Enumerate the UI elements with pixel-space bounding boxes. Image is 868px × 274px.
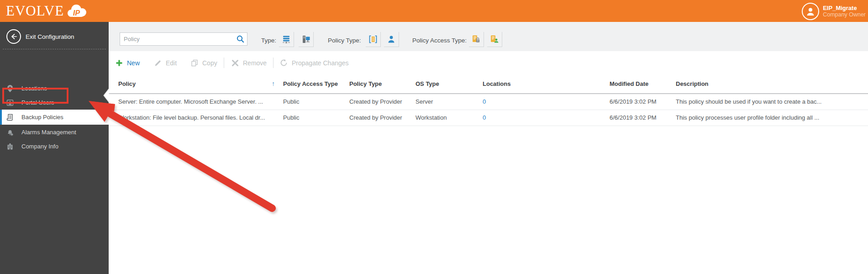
sidebar-item-backup-policies[interactable]: Backup Policies	[0, 110, 109, 125]
sidebar-item-label: Company Info	[21, 143, 58, 150]
refresh-icon	[280, 59, 288, 67]
sidebar-selection-notch	[102, 88, 110, 103]
propagate-changes-button[interactable]: Propagate Changes	[280, 51, 349, 74]
edit-button[interactable]: Edit	[154, 51, 177, 74]
svg-text:IP: IP	[73, 9, 80, 17]
cell-policy-access-type: Public	[283, 110, 299, 126]
new-button[interactable]: New	[116, 51, 140, 74]
evolveip-logo[interactable]: EVOLVE IP	[6, 2, 88, 20]
table-header: Policy ↑ Policy Access Type Policy Type …	[109, 74, 868, 94]
alarm-bell-gear-icon	[5, 128, 15, 137]
exit-configuration-button[interactable]: Exit Configuration	[0, 27, 109, 46]
remove-button[interactable]: Remove	[231, 51, 267, 74]
filter-bar: Type: Policy Type:	[109, 22, 868, 51]
policy-scroll-icon	[5, 113, 15, 122]
policy-type-filter-label: Policy Type:	[328, 37, 361, 44]
column-header-policy[interactable]: Policy	[118, 74, 136, 93]
user-avatar-icon	[802, 3, 819, 20]
edit-button-label: Edit	[166, 59, 177, 67]
column-header-os-type[interactable]: OS Type	[416, 74, 439, 93]
sidebar-item-label: Alarms Management	[21, 129, 76, 136]
app-header: EVOLVE IP EIP_Migrate Compa	[0, 0, 868, 22]
table-row[interactable]: Server: Entire computer. Microsoft Excha…	[109, 94, 868, 110]
copy-icon	[191, 59, 198, 67]
copy-button-label: Copy	[202, 59, 217, 67]
cell-modified-date: 6/6/2019 3:02 PM	[610, 110, 657, 126]
column-header-description[interactable]: Description	[676, 74, 709, 93]
company-building-icon	[5, 142, 15, 151]
filter-type-workstation-icon[interactable]	[298, 32, 313, 47]
sidebar-item-portal-users[interactable]: Portal Users	[0, 95, 109, 110]
filter-type-server-icon[interactable]	[279, 32, 294, 47]
cell-policy: Workstation: File level backup. Personal…	[118, 110, 265, 126]
propagate-changes-label: Propagate Changes	[292, 59, 349, 67]
cell-os-type: Server	[416, 94, 433, 110]
logo-text: EVOLVE	[6, 2, 64, 20]
sidebar-item-alarms-management[interactable]: Alarms Management	[0, 125, 109, 139]
cell-modified-date: 6/6/2019 3:02 PM	[610, 94, 657, 110]
column-header-locations[interactable]: Locations	[483, 74, 510, 93]
policy-access-type-filter-label: Policy Access Type:	[412, 37, 467, 44]
back-arrow-icon	[6, 29, 21, 44]
cell-policy-type: Created by Provider	[349, 110, 402, 126]
column-header-policy-access-type[interactable]: Policy Access Type	[283, 74, 338, 93]
toolbar-separator	[273, 58, 274, 68]
plus-icon	[116, 59, 123, 67]
locations-count-link[interactable]: 0	[483, 94, 486, 110]
cloud-ip-icon: IP	[66, 3, 88, 19]
copy-button[interactable]: Copy	[191, 51, 217, 74]
actions-toolbar: New Edit Copy	[109, 51, 868, 74]
cell-description: This policy processes user profile folde…	[676, 110, 819, 126]
sidebar-item-label: Portal Users	[21, 99, 54, 106]
filter-access-private-icon[interactable]	[468, 32, 484, 47]
sidebar-item-label: Locations	[21, 85, 47, 92]
search-icon[interactable]	[233, 33, 247, 45]
sidebar-item-company-info[interactable]: Company Info	[0, 139, 109, 153]
policy-search-box	[120, 32, 247, 46]
new-button-label: New	[127, 59, 140, 67]
exit-configuration-label: Exit Configuration	[26, 33, 74, 40]
filter-access-public-icon[interactable]	[487, 32, 502, 47]
filter-policy-type-user-icon[interactable]	[384, 32, 399, 47]
user-menu[interactable]: EIP_Migrate Company Owner	[802, 3, 866, 20]
column-header-modified-date[interactable]: Modified Date	[610, 74, 648, 93]
column-header-policy-type[interactable]: Policy Type	[349, 74, 382, 93]
cell-policy: Server: Entire computer. Microsoft Excha…	[118, 94, 263, 110]
sort-ascending-icon: ↑	[272, 74, 275, 93]
sidebar-divider	[3, 49, 106, 49]
user-role: Company Owner	[823, 11, 866, 18]
locations-count-link[interactable]: 0	[483, 110, 486, 126]
type-filter-label: Type:	[261, 37, 276, 44]
pencil-icon	[154, 59, 162, 67]
cell-os-type: Workstation	[416, 110, 447, 126]
cell-policy-type: Created by Provider	[349, 94, 402, 110]
location-pin-icon	[5, 84, 15, 93]
x-icon	[231, 59, 239, 67]
cell-policy-access-type: Public	[283, 94, 299, 110]
search-input[interactable]	[120, 36, 233, 42]
backup-policies-page: EVOLVE IP EIP_Migrate Compa	[0, 0, 868, 274]
filter-policy-type-provider-icon[interactable]	[365, 32, 380, 47]
sidebar-item-locations[interactable]: Locations	[0, 81, 109, 95]
remove-button-label: Remove	[243, 59, 267, 67]
sidebar: Exit Configuration Locations Portal User…	[0, 22, 109, 274]
sidebar-item-label: Backup Policies	[21, 114, 63, 121]
table-row[interactable]: Workstation: File level backup. Personal…	[109, 110, 868, 126]
portal-users-icon	[5, 98, 15, 107]
user-name: EIP_Migrate	[823, 5, 866, 11]
cell-description: This policy should be used if you want t…	[676, 94, 821, 110]
toolbar-separator	[224, 58, 224, 68]
